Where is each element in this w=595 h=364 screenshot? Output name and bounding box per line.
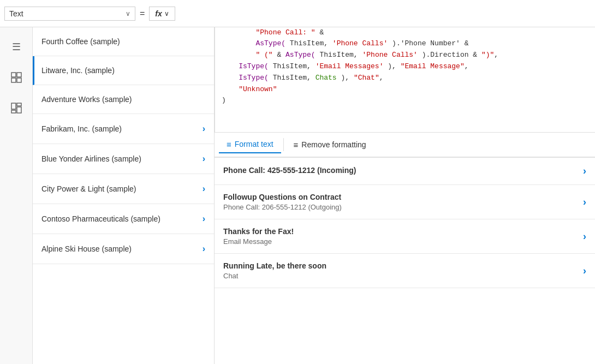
- code-line-7: IsType( ThisItem, Chats ), "Chat",: [222, 73, 588, 84]
- fx-label: fx: [155, 9, 162, 18]
- field-selector-chevron-icon: ∨: [126, 10, 130, 17]
- activity-chevron-icon: ›: [583, 231, 586, 242]
- layers-icon[interactable]: [8, 69, 25, 86]
- account-name: Blue Yonder Airlines (sample): [41, 154, 141, 163]
- format-text-label: Format text: [235, 140, 273, 148]
- activity-subtitle: Phone Call: 206-555-1212 (Outgoing): [223, 203, 579, 211]
- account-chevron-icon: ›: [203, 124, 205, 134]
- svg-rect-4: [11, 103, 16, 109]
- activity-title: Followup Questions on Contract: [223, 193, 579, 201]
- svg-rect-0: [11, 73, 16, 77]
- activity-title: Running Late, be there soon: [223, 261, 579, 270]
- activity-subtitle: Chat: [223, 272, 579, 280]
- activity-item-phone-incoming[interactable]: Phone Call: 425-555-1212 (Incoming) ›: [215, 158, 595, 185]
- activity-title: Thanks for the Fax!: [223, 227, 579, 236]
- account-item-fourth-coffee[interactable]: Fourth Coffee (sample): [33, 27, 214, 56]
- code-line-3: "Phone Call: " &: [222, 27, 588, 39]
- activity-chevron-icon: ›: [583, 196, 586, 208]
- top-bar: Text ∨ = fx ∨: [0, 0, 595, 27]
- account-item-city-power[interactable]: City Power & Light (sample) ›: [33, 174, 214, 204]
- code-line-4: AsType( ThisItem, 'Phone Calls' ).'Phone…: [222, 38, 588, 50]
- fx-chevron-icon: ∨: [164, 10, 169, 17]
- fx-button[interactable]: fx ∨: [149, 7, 175, 21]
- activity-subtitle: Email Message: [223, 237, 579, 246]
- account-name: Fabrikam, Inc. (sample): [41, 124, 122, 133]
- code-line-8: "Unknown": [222, 84, 588, 96]
- left-sidebar: ☰: [0, 27, 33, 364]
- menu-icon[interactable]: ☰: [8, 38, 25, 56]
- account-chevron-icon: ›: [203, 184, 205, 194]
- account-name: Litware, Inc. (sample): [41, 66, 115, 75]
- activity-item-fax[interactable]: Thanks for the Fax! Email Message ›: [215, 219, 595, 254]
- account-name: Adventure Works (sample): [41, 95, 132, 104]
- format-text-icon: ≡: [227, 140, 231, 149]
- format-text-button[interactable]: ≡ Format text: [219, 136, 281, 153]
- accounts-panel: Fourth Coffee (sample) Litware, Inc. (sa…: [33, 27, 215, 364]
- activities-panel: Phone Call: 425-555-1212 (Incoming) › Fo…: [215, 158, 595, 364]
- svg-rect-5: [17, 103, 21, 106]
- account-name: Alpine Ski House (sample): [41, 244, 132, 253]
- activity-content: Phone Call: 425-555-1212 (Incoming): [223, 166, 579, 176]
- code-line-5: " (" & AsType( ThisItem, 'Phone Calls' )…: [222, 50, 588, 61]
- code-line-6: IsType( ThisItem, 'Email Messages' ), "E…: [222, 61, 588, 73]
- account-item-blue-yonder[interactable]: Blue Yonder Airlines (sample) ›: [33, 144, 214, 174]
- code-line-9: ): [222, 95, 588, 106]
- svg-rect-1: [17, 73, 21, 77]
- svg-rect-3: [17, 78, 21, 82]
- activity-content: Thanks for the Fax! Email Message: [223, 227, 579, 246]
- field-selector-label: Text: [9, 9, 126, 18]
- account-item-adventure-works[interactable]: Adventure Works (sample): [33, 85, 214, 114]
- account-chevron-icon: ›: [203, 214, 205, 224]
- account-chevron-icon: ›: [203, 154, 205, 164]
- activity-item-running-late[interactable]: Running Late, be there soon Chat ›: [215, 254, 595, 288]
- svg-rect-2: [11, 78, 16, 82]
- account-name: Contoso Pharmaceuticals (sample): [41, 214, 160, 223]
- remove-formatting-label: Remove formatting: [301, 140, 366, 149]
- account-item-contoso[interactable]: Contoso Pharmaceuticals (sample) ›: [33, 204, 214, 234]
- format-toolbar: ≡ Format text ≡ Remove formatting: [215, 133, 595, 158]
- remove-formatting-icon: ≡: [294, 140, 299, 150]
- activity-content: Running Late, be there soon Chat: [223, 261, 579, 280]
- remove-formatting-button[interactable]: ≡ Remove formatting: [286, 137, 374, 153]
- activity-item-followup[interactable]: Followup Questions on Contract Phone Cal…: [215, 185, 595, 219]
- account-item-alpine[interactable]: Alpine Ski House (sample) ›: [33, 234, 214, 264]
- account-item-fabrikam[interactable]: Fabrikam, Inc. (sample) ›: [33, 114, 214, 144]
- activity-content: Followup Questions on Contract Phone Cal…: [223, 193, 579, 211]
- svg-rect-7: [11, 110, 16, 113]
- equals-sign: =: [140, 9, 145, 19]
- activity-chevron-icon: ›: [583, 165, 586, 177]
- toolbar-divider: [283, 138, 284, 151]
- account-name: Fourth Coffee (sample): [41, 37, 120, 46]
- activity-chevron-icon: ›: [583, 265, 586, 277]
- dashboard-icon[interactable]: [8, 99, 25, 117]
- account-item-litware[interactable]: Litware, Inc. (sample): [33, 56, 214, 85]
- svg-rect-6: [17, 107, 21, 113]
- field-selector[interactable]: Text ∨: [4, 7, 135, 21]
- account-name: City Power & Light (sample): [41, 184, 136, 193]
- account-chevron-icon: ›: [203, 244, 205, 254]
- activity-title: Phone Call: 425-555-1212 (Incoming): [223, 166, 579, 175]
